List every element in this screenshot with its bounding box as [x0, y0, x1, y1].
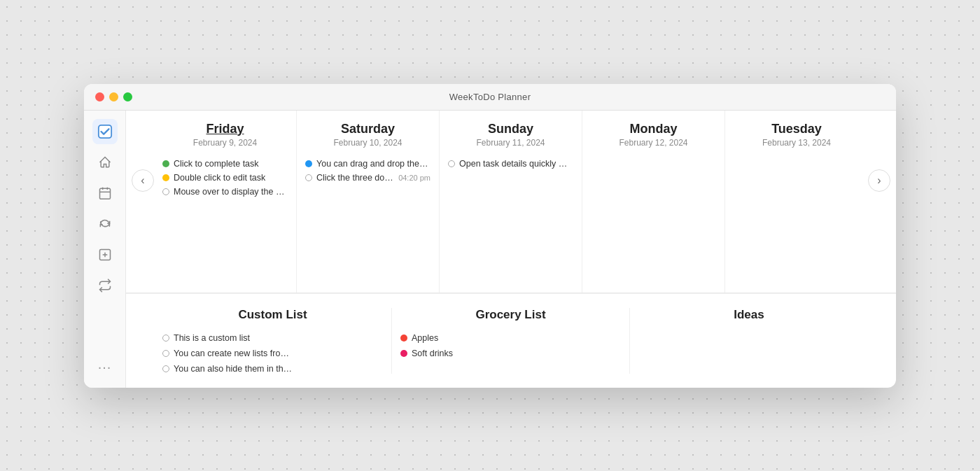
list-item-text: You can create new lists fro…: [174, 349, 289, 358]
main-content: ‹ › Friday February 9, 2024: [126, 111, 896, 388]
window-controls: [95, 92, 132, 101]
day-name-saturday: Saturday: [305, 122, 430, 136]
day-date-tuesday: February 13, 2024: [734, 138, 860, 148]
day-date-friday: February 9, 2024: [162, 138, 288, 148]
list-title-grocery: Grocery List: [400, 308, 621, 322]
day-column-saturday: Saturday February 10, 2024 You can drag …: [297, 111, 440, 293]
lists-grid: Custom List This is a custom list You ca…: [154, 308, 868, 374]
svg-rect-1: [99, 188, 110, 199]
task-dot-green: [162, 160, 169, 167]
maximize-button[interactable]: [123, 92, 132, 101]
task-dot-blue: [305, 160, 312, 167]
task-dot-red: [400, 335, 407, 342]
sidebar-item-calendar[interactable]: [92, 181, 118, 206]
calendar-section: Friday February 9, 2024 Click to complet…: [126, 111, 896, 293]
task-text: Mouse over to display the re…: [174, 187, 286, 197]
task-circle: [162, 365, 169, 372]
day-column-tuesday: Tuesday February 13, 2024: [725, 111, 868, 293]
list-item-text: Apples: [412, 333, 438, 343]
app-window: WeekToDo Planner: [84, 84, 896, 388]
task-list-friday: Click to complete task Double click to e…: [162, 159, 288, 197]
list-items-grocery: Apples Soft drinks: [400, 333, 621, 358]
list-item[interactable]: Apples: [400, 333, 621, 343]
day-name-monday: Monday: [591, 122, 716, 136]
sidebar-item-refresh[interactable]: [92, 211, 118, 237]
list-title-ideas: Ideas: [638, 308, 860, 322]
list-items-custom: This is a custom list You can create new…: [162, 333, 383, 374]
task-circle: [305, 174, 312, 181]
sidebar-item-home[interactable]: [92, 150, 118, 175]
list-item[interactable]: You can create new lists fro…: [162, 349, 383, 358]
chevron-left-icon: ‹: [141, 174, 144, 187]
lists-section: Custom List This is a custom list You ca…: [126, 294, 896, 388]
day-header-saturday: Saturday February 10, 2024: [305, 122, 430, 148]
day-header-tuesday: Tuesday February 13, 2024: [734, 122, 860, 148]
list-item-text: This is a custom list: [174, 333, 250, 343]
prev-week-button[interactable]: ‹: [132, 169, 154, 192]
sidebar-item-transfer[interactable]: [92, 273, 118, 298]
sidebar-more[interactable]: ...: [98, 356, 112, 379]
day-column-monday: Monday February 12, 2024: [582, 111, 725, 293]
chevron-right-icon: ›: [877, 174, 881, 187]
task-item[interactable]: Open task details quickly wi…: [448, 159, 573, 169]
next-week-button[interactable]: ›: [868, 169, 890, 192]
days-grid: Friday February 9, 2024 Click to complet…: [154, 111, 868, 293]
day-date-saturday: February 10, 2024: [305, 138, 430, 148]
day-column-friday: Friday February 9, 2024 Click to complet…: [154, 111, 297, 293]
close-button[interactable]: [95, 92, 104, 101]
list-title-custom: Custom List: [162, 308, 383, 322]
task-text: Click the three do…: [316, 173, 393, 183]
list-column-grocery: Grocery List Apples Soft drinks: [392, 308, 630, 374]
day-date-monday: February 12, 2024: [591, 138, 716, 148]
task-time: 04:20 pm: [398, 174, 430, 182]
list-item-text: You can also hide them in th…: [174, 364, 292, 374]
task-text: You can drag and drop the t…: [316, 159, 428, 169]
day-name-tuesday: Tuesday: [734, 122, 860, 136]
day-header-friday: Friday February 9, 2024: [162, 122, 288, 148]
sidebar-item-add[interactable]: [92, 242, 118, 267]
task-text: Open task details quickly wi…: [459, 159, 571, 169]
list-column-custom: Custom List This is a custom list You ca…: [154, 308, 392, 374]
task-item[interactable]: Mouse over to display the re…: [162, 187, 288, 197]
task-item[interactable]: You can drag and drop the t…: [305, 159, 430, 169]
day-date-sunday: February 11, 2024: [448, 138, 573, 148]
list-item[interactable]: This is a custom list: [162, 333, 383, 343]
app-title: WeekToDo Planner: [449, 92, 531, 102]
list-column-ideas: Ideas: [630, 308, 868, 374]
task-list-sunday: Open task details quickly wi…: [448, 159, 573, 169]
task-item[interactable]: Click to complete task: [162, 159, 288, 169]
task-circle: [448, 160, 455, 167]
day-name-sunday: Sunday: [448, 122, 573, 136]
day-name-friday: Friday: [162, 122, 288, 136]
task-circle: [162, 350, 169, 357]
titlebar: WeekToDo Planner: [84, 84, 896, 111]
list-item-text: Soft drinks: [412, 349, 453, 358]
task-list-saturday: You can drag and drop the t… Click the t…: [305, 159, 430, 183]
day-column-sunday: Sunday February 11, 2024 Open task detai…: [440, 111, 582, 293]
task-dot-pink: [400, 350, 407, 357]
task-text: Double click to edit task: [174, 173, 265, 183]
task-text: Click to complete task: [174, 159, 259, 169]
task-circle: [162, 188, 169, 195]
sidebar-item-logo[interactable]: [92, 119, 118, 144]
day-header-monday: Monday February 12, 2024: [591, 122, 716, 148]
task-item[interactable]: Click the three do… 04:20 pm: [305, 173, 430, 183]
task-item[interactable]: Double click to edit task: [162, 173, 288, 183]
task-circle: [162, 335, 169, 342]
list-item[interactable]: You can also hide them in th…: [162, 364, 383, 374]
day-header-sunday: Sunday February 11, 2024: [448, 122, 573, 148]
minimize-button[interactable]: [109, 92, 118, 101]
sidebar: ...: [84, 111, 126, 388]
app-body: ... ‹ › Friday February 9, 2024: [84, 111, 896, 388]
task-dot-yellow: [162, 174, 169, 181]
list-item[interactable]: Soft drinks: [400, 349, 621, 358]
